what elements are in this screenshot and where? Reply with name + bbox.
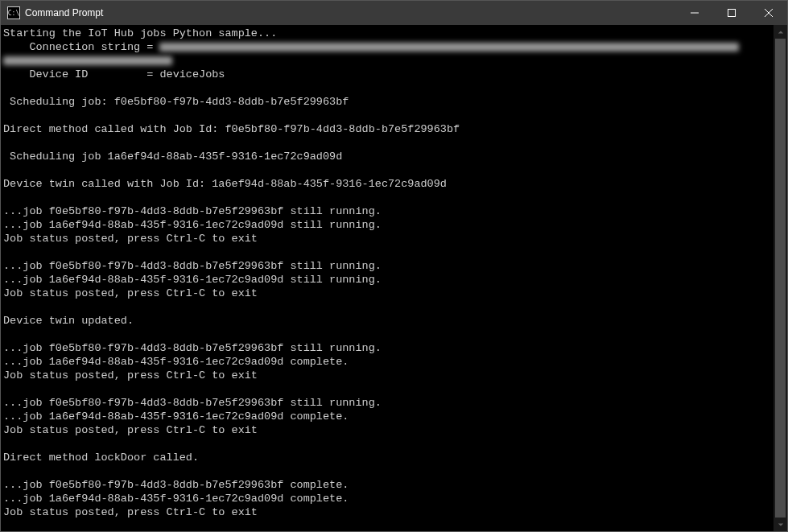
vertical-scrollbar[interactable] [774, 25, 787, 531]
app-icon: C:\ [7, 6, 20, 19]
console-line: Device twin called with Job Id: 1a6ef94d… [3, 177, 771, 191]
console-line: ...job f0e5bf80-f97b-4dd3-8ddb-b7e5f2996… [3, 204, 771, 218]
scroll-up-button[interactable] [774, 25, 787, 39]
console-line: Device ID = deviceJobs [3, 68, 771, 81]
scroll-down-button[interactable] [774, 518, 787, 531]
console-line [3, 464, 771, 478]
chevron-up-icon [778, 29, 784, 35]
minimize-button[interactable] [676, 1, 713, 25]
close-button[interactable] [750, 1, 787, 25]
console-line: Scheduling job: f0e5bf80-f97b-4dd3-8ddb-… [3, 95, 771, 109]
console-line [3, 328, 771, 341]
console-line: ...job f0e5bf80-f97b-4dd3-8ddb-b7e5f2996… [3, 478, 771, 492]
console-line: ...job 1a6ef94d-88ab-435f-9316-1ec72c9ad… [3, 492, 771, 505]
console-area: Starting the IoT Hub jobs Python sample.… [1, 25, 787, 531]
window-title: Command Prompt [25, 7, 103, 19]
console-line: Direct method called with Job Id: f0e5bf… [3, 122, 771, 136]
console-line: Job status posted, press Ctrl-C to exit [3, 423, 771, 437]
svg-rect-1 [728, 10, 736, 17]
chevron-down-icon [778, 522, 784, 528]
scrollbar-thumb[interactable] [775, 39, 786, 518]
console-line [3, 300, 771, 314]
console-line [3, 109, 771, 122]
console-line [3, 437, 771, 451]
console-line: ...job f0e5bf80-f97b-4dd3-8ddb-b7e5f2996… [3, 341, 771, 355]
console-line: Scheduling job 1a6ef94d-88ab-435f-9316-1… [3, 150, 771, 163]
console-line: Connection string = [3, 40, 771, 54]
console-line: Starting the IoT Hub jobs Python sample.… [3, 27, 771, 40]
console-line [3, 136, 771, 150]
window-titlebar[interactable]: C:\ Command Prompt [1, 1, 787, 25]
console-line: ...job f0e5bf80-f97b-4dd3-8ddb-b7e5f2996… [3, 396, 771, 410]
console-line: Job status posted, press Ctrl-C to exit [3, 287, 771, 300]
console-line: Job status posted, press Ctrl-C to exit [3, 505, 771, 519]
console-line: ...job 1a6ef94d-88ab-435f-9316-1ec72c9ad… [3, 218, 771, 232]
minimize-icon [691, 9, 699, 17]
redacted-text [159, 43, 739, 52]
console-line: ...job 1a6ef94d-88ab-435f-9316-1ec72c9ad… [3, 273, 771, 287]
console-line: ...job f0e5bf80-f97b-4dd3-8ddb-b7e5f2996… [3, 259, 771, 273]
console-line [3, 54, 771, 68]
redacted-text [3, 56, 172, 65]
console-line: Job status posted, press Ctrl-C to exit [3, 369, 771, 382]
console-line [3, 81, 771, 95]
maximize-icon [728, 9, 736, 17]
console-line [3, 191, 771, 204]
maximize-button[interactable] [713, 1, 750, 25]
console-line: ...job 1a6ef94d-88ab-435f-9316-1ec72c9ad… [3, 410, 771, 423]
console-output[interactable]: Starting the IoT Hub jobs Python sample.… [1, 25, 774, 531]
window-controls [676, 1, 787, 25]
console-line: Device twin updated. [3, 314, 771, 328]
close-icon [765, 9, 773, 17]
console-line [3, 382, 771, 396]
console-line: ...job 1a6ef94d-88ab-435f-9316-1ec72c9ad… [3, 355, 771, 369]
scrollbar-track[interactable] [774, 39, 787, 518]
console-line: Job status posted, press Ctrl-C to exit [3, 232, 771, 245]
console-line [3, 245, 771, 259]
console-line [3, 163, 771, 177]
console-line [3, 519, 771, 531]
console-line: Direct method lockDoor called. [3, 451, 771, 464]
